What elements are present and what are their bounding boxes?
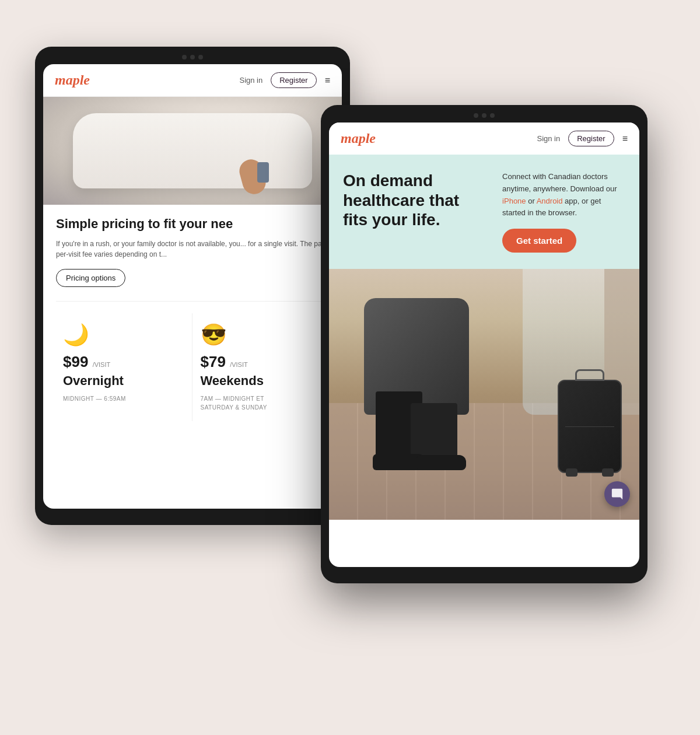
overnight-name: Overnight xyxy=(63,373,185,388)
front-register-button[interactable]: Register xyxy=(568,131,614,146)
front-sign-in[interactable]: Sign in xyxy=(537,134,560,143)
shoe-right xyxy=(416,455,466,470)
back-register-button[interactable]: Register xyxy=(271,72,316,88)
luggage-wheel-left xyxy=(566,468,578,477)
iphone-link[interactable]: iPhone xyxy=(502,197,526,205)
back-sign-in[interactable]: Sign in xyxy=(239,76,262,85)
weekends-price: $79 /VISIT xyxy=(201,353,323,371)
front-logo: maple xyxy=(341,131,376,146)
back-page-title: Simple pricing to fit your nee xyxy=(56,216,329,232)
pillow xyxy=(73,113,312,189)
back-nav-right: Sign in Register ≡ xyxy=(239,72,330,88)
front-camera-bar xyxy=(329,113,639,118)
front-camera-dot-2 xyxy=(482,113,487,118)
back-camera-bar xyxy=(43,55,342,60)
luggage-wheel-right xyxy=(602,468,614,477)
front-nav-right: Sign in Register ≡ xyxy=(537,131,628,146)
chat-icon xyxy=(611,488,624,501)
back-nav: maple Sign in Register ≡ xyxy=(43,64,342,97)
weekends-per-visit: /VISIT xyxy=(230,361,248,368)
tablet-front: maple Sign in Register ≡ On demandhealth… xyxy=(321,105,648,583)
back-content: Simple pricing to fit your nee If you're… xyxy=(43,205,342,433)
person-figure xyxy=(352,275,527,461)
back-camera-dot-2 xyxy=(190,55,195,60)
luggage xyxy=(558,380,622,473)
pricing-card-overnight: 🌙 $99 /VISIT Overnight MIDNIGHT — 6:59AM xyxy=(56,313,192,421)
front-hero-right: Connect with Canadian doctors anytime, a… xyxy=(502,171,625,253)
get-started-button[interactable]: Get started xyxy=(502,229,576,253)
pricing-card-weekends: 😎 $79 /VISIT Weekends 7AM — MIDNIGHT ETS… xyxy=(194,313,330,421)
hero-desc-or: or xyxy=(528,197,536,205)
weekends-name: Weekends xyxy=(201,373,323,388)
back-menu-icon[interactable]: ≡ xyxy=(325,75,330,86)
android-link[interactable]: Android xyxy=(537,197,563,205)
overnight-price-value: $99 xyxy=(63,353,88,370)
overnight-icon: 🌙 xyxy=(63,323,185,347)
overnight-price: $99 /VISIT xyxy=(63,353,185,371)
front-hero-left: On demandhealthcare thatfits your life. xyxy=(343,171,491,239)
tablet-back: maple Sign in Register ≡ Simple pricing … xyxy=(35,47,350,525)
front-hero: On demandhealthcare thatfits your life. … xyxy=(329,155,639,269)
weekends-icon: 😎 xyxy=(201,323,323,347)
pricing-options-button[interactable]: Pricing options xyxy=(56,269,125,287)
hero-desc-text: Connect with Canadian doctors anytime, a… xyxy=(502,172,617,193)
hero-heading: On demandhealthcare thatfits your life. xyxy=(343,171,491,230)
weekends-hours: 7AM — MIDNIGHT ETSATURDAY & SUNDAY xyxy=(201,394,323,412)
hero-description: Connect with Canadian doctors anytime, a… xyxy=(502,171,625,219)
weekends-price-value: $79 xyxy=(201,353,226,370)
back-page-subtitle: If you're in a rush, or your family doct… xyxy=(56,239,329,260)
front-screen: maple Sign in Register ≡ On demandhealth… xyxy=(329,123,639,567)
front-bottom-image xyxy=(329,269,639,520)
back-hero-image xyxy=(43,97,342,205)
chat-bubble-button[interactable] xyxy=(604,481,630,507)
back-camera-dot-3 xyxy=(198,55,203,60)
front-camera-dot-1 xyxy=(474,113,478,118)
luggage-line xyxy=(565,426,615,427)
front-nav: maple Sign in Register ≡ xyxy=(329,123,639,155)
back-camera-dot-1 xyxy=(182,55,187,60)
front-camera-dot-3 xyxy=(490,113,495,118)
overnight-hours: MIDNIGHT — 6:59AM xyxy=(63,394,185,403)
person-legs-right xyxy=(411,403,457,461)
back-logo: maple xyxy=(55,72,90,88)
pillow-scene xyxy=(43,97,342,205)
luggage-handle xyxy=(575,369,604,381)
pricing-cards: 🌙 $99 /VISIT Overnight MIDNIGHT — 6:59AM… xyxy=(56,301,329,421)
phone-in-hand xyxy=(257,162,269,183)
back-screen: maple Sign in Register ≡ Simple pricing … xyxy=(43,64,342,509)
overnight-per-visit: /VISIT xyxy=(93,361,111,368)
front-menu-icon[interactable]: ≡ xyxy=(622,134,628,144)
